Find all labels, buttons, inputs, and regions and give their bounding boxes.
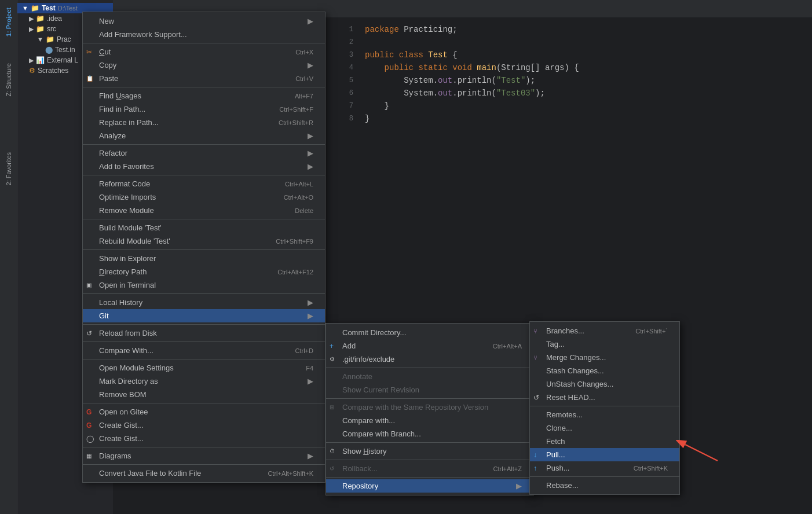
- menu-item-find-usages[interactable]: Find Usages Alt+F7: [83, 89, 325, 102]
- git-menu-compare-with[interactable]: Compare with...: [326, 414, 533, 427]
- menu-item-replace-path[interactable]: Replace in Path... Ctrl+Shift+R: [83, 116, 325, 129]
- git-right-rebase[interactable]: Rebase...: [530, 479, 679, 492]
- menu-item-local-history[interactable]: Local History ▶: [83, 296, 325, 309]
- git-right-fetch[interactable]: Fetch: [530, 435, 679, 448]
- structure-label: Z: Structure: [5, 58, 12, 101]
- shortcut-compare: Ctrl+D: [295, 347, 313, 354]
- menu-item-analyze[interactable]: Analyze ▶: [83, 129, 325, 142]
- menu-item-remove-module[interactable]: Remove Module Delete: [83, 204, 325, 217]
- arrow-icon-analyze: ▶: [308, 131, 313, 140]
- shortcut-dir-path: Ctrl+Alt+F12: [277, 269, 313, 276]
- git-icon: ⚙: [330, 356, 335, 362]
- menu-item-open-terminal[interactable]: ▣ Open in Terminal: [83, 278, 325, 292]
- code-line-2: 2: [336, 36, 800, 49]
- expand-icon-ext: ▶: [29, 57, 34, 64]
- separator-6: [83, 249, 325, 250]
- code-line-8: 8 }: [336, 112, 800, 125]
- git-right-unstash[interactable]: UnStash Changes...: [530, 377, 679, 391]
- separator-3: [83, 144, 325, 145]
- reset-icon: ↺: [533, 394, 539, 402]
- context-menu: New ▶ Add Framework Support... ✂ Cut Ctr…: [82, 12, 325, 483]
- git-right-remotes[interactable]: Remotes...: [530, 408, 679, 421]
- menu-item-remove-bom[interactable]: Remove BOM: [83, 388, 325, 401]
- git-separator-2: [326, 398, 533, 399]
- menu-item-optimize[interactable]: Optimize Imports Ctrl+Alt+O: [83, 190, 325, 204]
- compare-icon: ⊞: [330, 404, 334, 410]
- menu-item-show-explorer[interactable]: Show in Explorer: [83, 252, 325, 265]
- menu-item-rebuild[interactable]: Rebuild Module 'Test' Ctrl+Shift+F9: [83, 234, 325, 248]
- folder-icon-ext: 📊: [36, 56, 45, 64]
- git-menu-show-history[interactable]: ⏱ Show History: [326, 445, 533, 458]
- arrow-icon-favorites: ▶: [308, 162, 313, 171]
- add-icon: +: [330, 342, 334, 350]
- menu-item-add-framework[interactable]: Add Framework Support...: [83, 28, 325, 41]
- git-menu-rollback: ↺ Rollback... Ctrl+Alt+Z: [326, 462, 533, 475]
- git-menu-compare-branch[interactable]: Compare with Branch...: [326, 427, 533, 440]
- code-line-7: 7 }: [336, 100, 800, 112]
- arrow-icon-mark-dir: ▶: [308, 377, 313, 386]
- menu-item-reload[interactable]: ↺ Reload from Disk: [83, 326, 325, 340]
- git-right-submenu: ⑂ Branches... Ctrl+Shift+` Tag... ⑂ Merg…: [529, 321, 680, 495]
- project-label: 1: Project: [5, 3, 12, 41]
- git-right-stash[interactable]: Stash Changes...: [530, 364, 679, 377]
- git-separator-1: [326, 368, 533, 368]
- menu-item-open-gitee[interactable]: G Open on Gitee: [83, 405, 325, 418]
- menu-item-paste[interactable]: 📋 Paste Ctrl+V: [83, 72, 325, 85]
- menu-item-copy[interactable]: Copy ▶: [83, 58, 325, 72]
- menu-item-build[interactable]: Build Module 'Test': [83, 221, 325, 234]
- menu-item-refactor[interactable]: Refactor ▶: [83, 146, 325, 160]
- shortcut-open-module: F4: [306, 365, 313, 372]
- folder-icon-idea: 📁: [36, 14, 45, 23]
- menu-item-cut[interactable]: ✂ Cut Ctrl+X: [83, 45, 325, 58]
- shortcut-cut: Ctrl+X: [295, 49, 313, 56]
- separator-4: [83, 175, 325, 175]
- menu-item-new[interactable]: New ▶: [83, 14, 325, 28]
- arrow-icon-git: ▶: [308, 311, 313, 320]
- menu-item-create-gist-1[interactable]: G Create Gist...: [83, 418, 325, 432]
- merge-icon: ⑂: [533, 354, 537, 361]
- tree-path-test: D:\Test: [58, 5, 78, 12]
- separator-10: [83, 359, 325, 359]
- git-right-pull[interactable]: ↓ Pull...: [530, 448, 679, 461]
- arrow-icon-repository: ▶: [516, 482, 522, 490]
- git-right-merge[interactable]: ⑂ Merge Changes...: [530, 351, 679, 364]
- menu-item-git[interactable]: Git ▶: [83, 309, 325, 322]
- menu-item-compare[interactable]: Compare With... Ctrl+D: [83, 344, 325, 357]
- menu-item-add-favorites[interactable]: Add to Favorites ▶: [83, 160, 325, 173]
- expand-icon-prac: ▼: [37, 36, 43, 43]
- git-right-reset[interactable]: ↺ Reset HEAD...: [530, 391, 679, 404]
- shortcut-remove-module: Delete: [295, 207, 313, 214]
- git-separator-4: [326, 460, 533, 460]
- menu-item-convert-kotlin[interactable]: Convert Java File to Kotlin File Ctrl+Al…: [83, 467, 325, 480]
- git-menu-commit[interactable]: Commit Directory...: [326, 326, 533, 339]
- svg-line-1: [685, 445, 718, 461]
- shortcut-replace-path: Ctrl+Shift+R: [279, 119, 313, 126]
- tree-label-testjava: Test.in: [55, 46, 75, 54]
- folder-icon-src: 📁: [36, 25, 45, 33]
- git-menu-exclude[interactable]: ⚙ .git/info/exclude: [326, 353, 533, 366]
- git-submenu: Commit Directory... + Add Ctrl+Alt+A ⚙ .…: [325, 323, 534, 495]
- separator-12: [83, 447, 325, 447]
- separator-1: [83, 43, 325, 43]
- menu-item-create-gist-2[interactable]: ◯ Create Gist...: [83, 432, 325, 445]
- menu-item-directory-path[interactable]: Directory Path Ctrl+Alt+F12: [83, 265, 325, 278]
- git-menu-compare-same: ⊞ Compare with the Same Repository Versi…: [326, 401, 533, 414]
- git-right-push[interactable]: ↑ Push... Ctrl+Shift+K: [530, 461, 679, 475]
- git-right-tag[interactable]: Tag...: [530, 337, 679, 351]
- menu-item-mark-directory[interactable]: Mark Directory as ▶: [83, 375, 325, 388]
- menu-item-open-module-settings[interactable]: Open Module Settings F4: [83, 361, 325, 375]
- arrow-icon-local-history: ▶: [308, 298, 313, 307]
- git-right-branches[interactable]: ⑂ Branches... Ctrl+Shift+`: [530, 324, 679, 337]
- menu-item-reformat[interactable]: Reformat Code Ctrl+Alt+L: [83, 177, 325, 190]
- gitee-icon-2: G: [86, 421, 92, 429]
- rollback-icon: ↺: [330, 465, 334, 472]
- separator-8: [83, 324, 325, 325]
- git-right-clone[interactable]: Clone...: [530, 421, 679, 435]
- shortcut-add: Ctrl+Alt+A: [493, 343, 522, 350]
- git-menu-add[interactable]: + Add Ctrl+Alt+A: [326, 339, 533, 353]
- github-icon: ◯: [86, 435, 94, 443]
- shortcut-optimize: Ctrl+Alt+O: [284, 194, 313, 201]
- menu-item-diagrams[interactable]: ▦ Diagrams ▶: [83, 449, 325, 462]
- git-menu-repository[interactable]: Repository ▶: [326, 479, 533, 493]
- menu-item-find-path[interactable]: Find in Path... Ctrl+Shift+F: [83, 102, 325, 116]
